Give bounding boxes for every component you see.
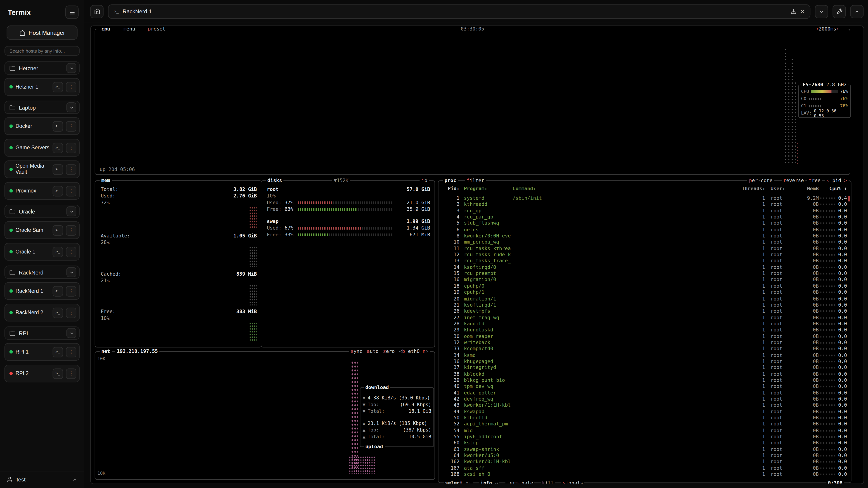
terminate-button[interactable]: terminate	[506, 480, 534, 484]
host-connect-button[interactable]: >_	[53, 307, 63, 318]
host-item[interactable]: RPI 1 >_ ⋮	[4, 343, 80, 361]
net-sync-button[interactable]: sync	[350, 349, 362, 355]
host-menu-button[interactable]: ⋮	[66, 121, 76, 131]
process-row[interactable]: 10mm_percpu_wq1root0B0.0	[438, 239, 848, 246]
reverse-toggle[interactable]: reverse	[782, 177, 805, 184]
process-row[interactable]: 60kstrp1root0B0.0	[438, 440, 848, 447]
host-item[interactable]: Oracle Sam >_ ⋮	[4, 221, 80, 239]
host-menu-button[interactable]: ⋮	[66, 164, 76, 175]
host-connect-button[interactable]: >_	[53, 247, 63, 257]
host-connect-button[interactable]: >_	[53, 121, 63, 131]
per-core-toggle[interactable]: per-core	[747, 177, 774, 184]
sort-selector[interactable]: < pid >	[825, 177, 848, 184]
folder-header[interactable]: Oracle	[4, 205, 80, 218]
process-row[interactable]: 15rcu_preempt1root0B0.0	[438, 271, 848, 277]
process-row[interactable]: 33kcompactd01root0B0.0	[438, 346, 848, 352]
filter-button[interactable]: filter	[465, 177, 486, 184]
host-manager-button[interactable]: Host Manager	[6, 26, 77, 40]
process-row[interactable]: 37kintegrityd1root0B0.0	[438, 365, 848, 371]
process-row[interactable]: 28kauditd1root0B0.0	[438, 321, 848, 327]
net-auto-button[interactable]: auto	[367, 349, 379, 355]
process-row[interactable]: 27inet_frag_wq1root0B0.0	[438, 315, 848, 321]
process-row[interactable]: 16migration/01root0B0.0	[438, 277, 848, 283]
split-dropdown-button[interactable]	[815, 5, 828, 18]
host-item[interactable]: Open Media Vault >_ ⋮	[4, 160, 80, 178]
process-row[interactable]: 43kworker/1:1H-kbl1root0B0.0	[438, 402, 848, 409]
host-item[interactable]: Game Servers >_ ⋮	[4, 139, 80, 157]
process-row[interactable]: 63zswap-shrink1root0B0.0	[438, 447, 848, 453]
process-row[interactable]: 14ksoftirqd/01root0B0.0	[438, 264, 848, 271]
user-menu[interactable]: test	[0, 471, 84, 488]
host-item[interactable]: Oracle 1 >_ ⋮	[4, 243, 80, 260]
signals-button[interactable]: signals	[561, 480, 584, 484]
collapse-header-button[interactable]	[850, 5, 864, 18]
net-interface-selector[interactable]: <b eth0 n>	[399, 349, 429, 355]
host-menu-button[interactable]: ⋮	[66, 186, 76, 196]
process-row[interactable]: 167ata_sff1root0B0.0	[438, 465, 848, 471]
home-button[interactable]	[90, 5, 103, 18]
process-row[interactable]: 42devfreq_wq1root0B0.0	[438, 396, 848, 402]
process-row[interactable]: 19cpuhp/11root0B0.0	[438, 289, 848, 296]
host-menu-button[interactable]: ⋮	[66, 225, 76, 236]
host-item[interactable]: RackNerd 1 >_ ⋮	[4, 282, 80, 300]
folder-header[interactable]: Hetzner	[4, 61, 80, 75]
folder-header[interactable]: Laptop	[4, 101, 80, 114]
host-item[interactable]: Docker >_ ⋮	[4, 117, 80, 135]
process-row[interactable]: 8kworker/0:0H-eve1root0B0.0	[438, 233, 848, 239]
process-row[interactable]: 12rcu_tasks_rude_k1root0B0.0	[438, 252, 848, 258]
folder-collapse-button[interactable]	[66, 102, 76, 112]
tools-button[interactable]	[833, 5, 846, 18]
process-row[interactable]: 162kworker/0:1H-kbl1root0B0.0	[438, 459, 848, 465]
process-row[interactable]: 26kdevtmpfs1root0B0.0	[438, 308, 848, 315]
process-row[interactable]: 20migration/11root0B0.0	[438, 296, 848, 302]
io-mode-button[interactable]: io	[420, 177, 429, 184]
host-item[interactable]: Proxmox >_ ⋮	[4, 182, 80, 200]
host-connect-button[interactable]: >_	[53, 347, 63, 357]
process-row[interactable]: 55ipv6_addrconf1root0B0.0	[438, 434, 848, 440]
process-row[interactable]: 38kblockd1root0B0.0	[438, 371, 848, 377]
folder-collapse-button[interactable]	[66, 267, 76, 277]
host-connect-button[interactable]: >_	[53, 142, 63, 153]
folder-header[interactable]: RPI	[4, 326, 80, 340]
preset-button[interactable]: preset	[146, 26, 167, 32]
update-interval-control[interactable]: ‹2000ms›	[814, 26, 841, 32]
process-row[interactable]: 39blkcg_punt_bio1root0B0.0	[438, 377, 848, 384]
process-row[interactable]: 5slub_flushwq1root0B0.0	[438, 221, 848, 227]
sftp-download-button[interactable]	[790, 8, 797, 14]
host-connect-button[interactable]: >_	[53, 82, 63, 92]
search-input[interactable]	[4, 46, 80, 56]
process-row[interactable]: 29khungtaskd1root0B0.0	[438, 327, 848, 333]
process-row[interactable]: 44kswapd01root0B0.0	[438, 409, 848, 415]
process-row[interactable]: 2kthreadd1root0B0.0	[438, 201, 848, 208]
host-menu-button[interactable]: ⋮	[66, 82, 76, 92]
host-connect-button[interactable]: >_	[53, 164, 63, 175]
process-row[interactable]: 40tpm_dev_wq1root0B0.0	[438, 384, 848, 390]
folder-header[interactable]: RackNerd	[4, 266, 80, 279]
process-row[interactable]: 54mld1root0B0.0	[438, 427, 848, 434]
process-row[interactable]: 18cpuhp/01root0B0.0	[438, 283, 848, 289]
process-row[interactable]: 32writeback1root0B0.0	[438, 339, 848, 346]
host-connect-button[interactable]: >_	[53, 225, 63, 236]
process-row[interactable]: 52acpi_thermal_pm1root0B0.0	[438, 421, 848, 428]
sidebar-menu-button[interactable]	[65, 5, 79, 19]
process-row[interactable]: 21ksoftirqd/11root0B0.0	[438, 302, 848, 308]
host-item[interactable]: Hetzner 1 >_ ⋮	[4, 78, 80, 96]
host-item[interactable]: RackNerd 2 >_ ⋮	[4, 304, 80, 321]
process-row[interactable]: 4rcu_par_gp1root0B0.0	[438, 214, 848, 221]
kill-button[interactable]: kill	[541, 480, 555, 484]
host-menu-button[interactable]: ⋮	[66, 286, 76, 296]
host-item[interactable]: RPI 2 >_ ⋮	[4, 365, 80, 382]
host-menu-button[interactable]: ⋮	[66, 247, 76, 257]
host-menu-button[interactable]: ⋮	[66, 347, 76, 357]
chevron-up-icon[interactable]	[72, 477, 77, 482]
host-connect-button[interactable]: >_	[53, 186, 63, 196]
process-row[interactable]: 30oom_reaper1root0B0.0	[438, 333, 848, 340]
process-row[interactable]: 13rcu_tasks_trace_1root0B0.0	[438, 258, 848, 264]
process-row[interactable]: 3rcu_gp1root0B0.0	[438, 208, 848, 214]
process-row[interactable]: 64kworker/u5:01root0B0.0	[438, 453, 848, 459]
process-row[interactable]: 1systemd/sbin/init1root9.2M0.4	[438, 195, 848, 201]
process-row[interactable]: 36khugepaged1root0B0.0	[438, 359, 848, 365]
terminal-tab[interactable]: >_ RackNerd 1 ×	[108, 4, 811, 19]
host-menu-button[interactable]: ⋮	[66, 368, 76, 379]
tab-close-button[interactable]: ×	[800, 8, 804, 15]
